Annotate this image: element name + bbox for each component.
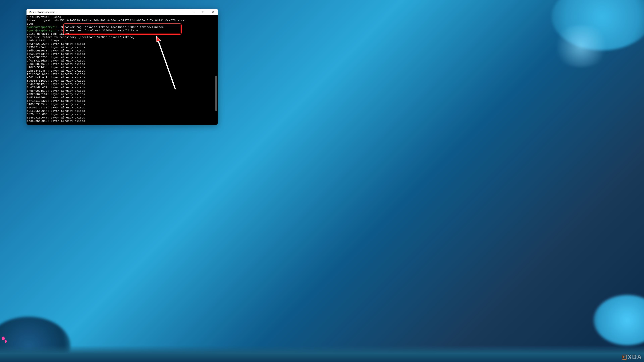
terminal-layer-line: 4e32be02c164: Layer already exists <box>27 93 215 96</box>
prompt-separator: : <box>56 26 58 29</box>
terminal-output-line: latest: digest: sha256:3a7e559917ad4bcd3… <box>27 19 215 22</box>
terminal-layer-line: 56ce703787c1: Layer already exists <box>27 106 215 109</box>
terminal-window: ayush@raspberrypi: ~ 651d9022c234: Pushe… <box>26 9 218 125</box>
terminal-layer-line: 8230931e9adb: Layer already exists <box>27 46 215 49</box>
window-titlebar[interactable]: ayush@raspberrypi: ~ <box>26 9 218 15</box>
terminal-layer-line: 62469a18e047: Layer already exists <box>27 116 215 119</box>
terminal-output-line: Using default tag: latest <box>27 32 215 36</box>
terminal-layer-line: fd19beca256e: Layer already exists <box>27 72 215 76</box>
svg-rect-6 <box>202 11 204 13</box>
terminal-layer-line: b18f5c56161c: Layer already exists <box>27 66 215 69</box>
prompt-line-cmd2: ayush@raspberrypi:~ $ docker push localh… <box>27 29 215 32</box>
watermark-text: XDA <box>628 354 642 361</box>
terminal-layer-line: d76201fcad4e: Layer already exists <box>27 52 215 56</box>
scrollbar-track[interactable] <box>215 15 217 125</box>
terminal-layer-line: e0c405880255: Layer already exists <box>27 56 215 59</box>
wallpaper-blob <box>552 25 610 67</box>
window-controls <box>188 9 218 15</box>
terminal-layer-line: bccc9b6429a9: Layer already exists <box>27 119 215 123</box>
window-title: ayush@raspberrypi: ~ <box>33 11 188 13</box>
terminal-layer-line: c315265e304e: Layer already exists <box>27 109 215 113</box>
maximize-button[interactable] <box>198 9 208 15</box>
wallpaper-rocks <box>0 345 644 362</box>
terminal-layer-line: b7f1c3128300: Layer already exists <box>27 99 215 103</box>
terminal-output-line: The push refers to repository [localhost… <box>27 36 215 39</box>
scrollbar-thumb[interactable] <box>215 76 217 111</box>
prompt-dollar: $ <box>59 29 64 32</box>
terminal-viewport[interactable]: 651d9022c234: Pushedlatest: digest: sha2… <box>26 15 218 125</box>
command-text: docker tag linkace/linkace localhost:320… <box>64 26 164 29</box>
terminal-layer-line: e862cb49ba19: Layer already exists <box>27 76 215 79</box>
terminal-layer-line: 5f70bf18a086: Layer already exists <box>27 113 215 116</box>
terminal-layer-line: efc30a220da7: Layer already exists <box>27 59 215 62</box>
wallpaper-accent <box>5 340 7 343</box>
terminal-layer-line: 95068883a673: Layer already exists <box>27 62 215 66</box>
minimize-button[interactable] <box>188 9 198 15</box>
prompt-cwd: ~ <box>58 29 59 32</box>
terminal-layer-line: 12b83846e884: Layer already exists <box>27 69 215 72</box>
prompt-user-host: ayush@raspberrypi <box>27 29 56 32</box>
prompt-cwd: ~ <box>58 26 59 29</box>
svg-rect-1 <box>30 11 31 12</box>
putty-icon <box>28 10 32 14</box>
terminal-layer-line: e46b4828223c: Layer already exists <box>27 42 215 46</box>
terminal-layer-line: 9e5332a68664: Layer already exists <box>27 96 215 99</box>
terminal-layer-line: 30dbdeea0ec0: Layer already exists <box>27 49 215 52</box>
terminal-layer-line: 8ae956f61602: Layer already exists <box>27 79 215 83</box>
xda-watermark: D XDA <box>622 354 642 361</box>
terminal-layer-line: 8c670dd9d077: Layer already exists <box>27 86 215 89</box>
terminal-output-line: 651d9022c234: Pushed <box>27 15 215 19</box>
terminal-output-line: e46b4828223c: Preparing <box>27 39 215 42</box>
prompt-separator: : <box>56 29 58 32</box>
close-button[interactable] <box>208 9 218 15</box>
watermark-badge-icon: D <box>622 355 627 360</box>
terminal-output[interactable]: 651d9022c234: Pushedlatest: digest: sha2… <box>26 15 215 125</box>
prompt-line-cmd1: ayush@raspberrypi:~ $ docker tag linkace… <box>27 26 215 29</box>
terminal-layer-line: 8109523895ce: Layer already exists <box>27 103 215 106</box>
terminal-layer-line: 60dce29e1279: Layer already exists <box>27 83 215 86</box>
prompt-dollar: $ <box>59 26 64 29</box>
command-text: docker push localhost:32000/linkace/link… <box>64 29 138 32</box>
prompt-user-host: ayush@raspberrypi <box>27 26 56 29</box>
terminal-layer-line: bfce40c2157e: Layer already exists <box>27 89 215 93</box>
terminal-output-line: 6998 <box>27 22 215 26</box>
wallpaper-blob <box>594 295 644 345</box>
